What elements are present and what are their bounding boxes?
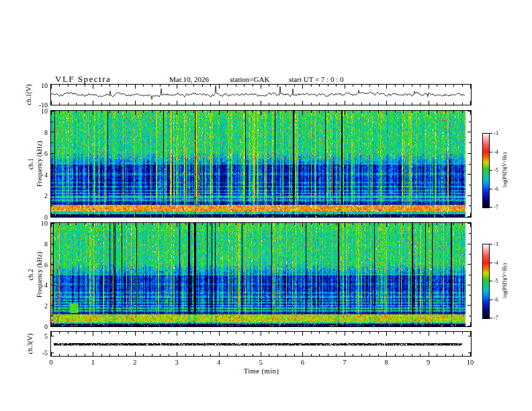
colorbar1-tick-label: -3 xyxy=(494,130,498,136)
x-tick-label: 10 xyxy=(467,359,474,366)
ch1-wave-ylabel: ch.1(V) xyxy=(25,85,32,105)
x-tick-label: 0 xyxy=(49,359,52,366)
colorbar2-tick-label: -3 xyxy=(494,241,498,247)
spec1-ytick-label: 8 xyxy=(44,128,48,136)
colorbar2-tick-label: -6 xyxy=(494,296,498,302)
spec1-frequency-label: Frequency (kHz) xyxy=(36,141,43,187)
ch2-spectrogram xyxy=(51,223,471,326)
colorbar-ch1 xyxy=(482,133,490,208)
vlf-spectra-figure: VLF Spectra Mar.10, 2026 station=GAK sta… xyxy=(0,0,532,411)
ch3-wave-ymin-label: -5 xyxy=(42,349,48,357)
start-ut-label: start UT = 7 : 0 : 0 xyxy=(289,75,343,83)
page-title: VLF Spectra xyxy=(55,74,111,85)
x-tick-label: 7 xyxy=(343,359,346,366)
x-tick-label: 6 xyxy=(301,359,304,366)
x-tick-label: 8 xyxy=(385,359,388,366)
colorbar1-tick-label: -5 xyxy=(494,167,498,173)
spec1-ytick-label: 6 xyxy=(44,150,48,157)
ch1-waveform-trace xyxy=(51,85,471,105)
colorbar1-tick-label: -4 xyxy=(494,148,498,154)
spec1-channel-label: ch.1 xyxy=(27,158,34,170)
station-label: station=GAK xyxy=(230,75,269,83)
spec2-ytick-label: 2 xyxy=(44,302,48,310)
spec2-ytick-label: 6 xyxy=(44,261,48,268)
colorbar2-tick-label: -4 xyxy=(494,259,498,265)
x-tick-label: 2 xyxy=(133,359,136,366)
colorbar2-tick-label: -7 xyxy=(494,315,498,321)
ch1-spectrogram-panel xyxy=(50,110,472,218)
spec2-ytick-label: 4 xyxy=(44,281,48,289)
spec2-channel-label: ch.2 xyxy=(27,269,34,281)
x-tick-label: 3 xyxy=(175,359,179,366)
spec2-ytick-label: 8 xyxy=(44,240,48,247)
x-tick-label: 5 xyxy=(259,359,262,366)
spec2-ytick-label: 0 xyxy=(44,323,48,330)
x-axis-title: Time (min) xyxy=(244,367,279,375)
date-label: Mar.10, 2026 xyxy=(169,75,209,83)
spec2-ytick-label: 10 xyxy=(41,220,48,227)
ch1-wave-ymax-label: 10 xyxy=(41,82,48,89)
colorbar1-tick-label: -7 xyxy=(494,204,498,210)
x-tick-label: 9 xyxy=(427,359,430,366)
ch1-spectrogram xyxy=(51,111,471,217)
spec2-frequency-label: Frequency (kHz) xyxy=(36,252,43,298)
x-tick-label: 4 xyxy=(217,359,220,366)
ch1-waveform-panel xyxy=(50,84,472,105)
colorbar-ch2 xyxy=(482,244,490,319)
ch3-wave-ymax-label: 5 xyxy=(44,332,48,340)
x-tick-label: 1 xyxy=(91,359,95,366)
spec1-ytick-label: 2 xyxy=(44,192,48,199)
spec1-ytick-label: 0 xyxy=(44,214,48,221)
colorbar2-tick-label: -5 xyxy=(494,278,498,284)
colorbar1-tick-label: -6 xyxy=(494,185,498,191)
ch3-wave-ylabel: ch.3(V) xyxy=(26,334,34,355)
ch2-spectrogram-panel xyxy=(50,222,472,327)
ch3-waveform-panel xyxy=(50,331,472,357)
colorbar2-title: log(PSD)(V²/Hz) xyxy=(502,263,508,298)
ch1-wave-ymin-label: -10 xyxy=(39,101,48,109)
colorbar1-title: log(PSD)(V²/Hz) xyxy=(502,152,508,187)
spec1-ytick-label: 4 xyxy=(44,171,48,178)
ch3-waveform-trace xyxy=(51,332,471,356)
